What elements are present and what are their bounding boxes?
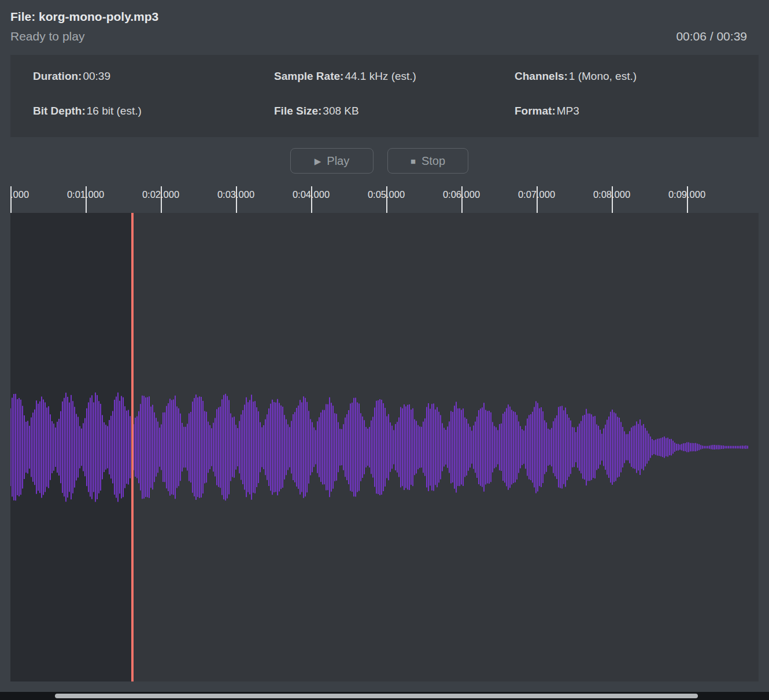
timeline-ruler[interactable]: 0:00.0000:01.0000:02.0000:03.0000:04.000… — [10, 184, 759, 213]
play-button[interactable]: ▶ Play — [290, 148, 374, 174]
audio-player-window: File: korg-mono-poly.mp3 Ready to play 0… — [0, 0, 769, 700]
scrollbar-thumb[interactable] — [55, 694, 698, 698]
ruler-label: 0:04.000 — [293, 189, 330, 200]
ruler-label: 0:03.000 — [217, 189, 254, 200]
metadata-label: File Size: — [274, 105, 321, 117]
stop-button-label: Stop — [422, 154, 445, 168]
playhead-cursor — [131, 213, 134, 681]
metadata-value: 44.1 kHz (est.) — [345, 70, 416, 82]
horizontal-scrollbar[interactable] — [0, 692, 769, 700]
waveform — [10, 213, 759, 681]
metadata-panel: Duration:00:39Sample Rate:44.1 kHz (est.… — [10, 55, 759, 137]
ruler-label: 0:09.000 — [668, 189, 705, 200]
metadata-value: 00:39 — [83, 70, 110, 82]
status-text: Ready to play — [10, 30, 84, 43]
metadata-label: Bit Depth: — [33, 105, 86, 117]
stop-icon: ■ — [411, 157, 416, 165]
file-title: File: korg-mono-poly.mp3 — [10, 10, 158, 24]
ruler-label: 0:06.000 — [443, 189, 480, 200]
waveform-container[interactable] — [10, 213, 759, 681]
metadata-field: Channels:1 (Mono, est.) — [515, 70, 759, 83]
play-button-label: Play — [327, 154, 349, 168]
metadata-field: Sample Rate:44.1 kHz (est.) — [274, 70, 515, 83]
metadata-field: Bit Depth:16 bit (est.) — [33, 105, 274, 117]
stop-button[interactable]: ■ Stop — [387, 148, 468, 174]
ruler-label: 0:08.000 — [593, 189, 630, 200]
time-display: 00:06 / 00:39 — [676, 30, 747, 43]
metadata-value: 16 bit (est.) — [87, 105, 142, 117]
metadata-label: Duration: — [33, 70, 82, 82]
ruler-label: 0:01.000 — [67, 189, 104, 200]
ruler-label: 0:02.000 — [142, 189, 179, 200]
metadata-label: Channels: — [515, 70, 568, 82]
metadata-field: Format:MP3 — [515, 105, 759, 117]
metadata-value: MP3 — [557, 105, 579, 117]
metadata-value: 1 (Mono, est.) — [569, 70, 637, 82]
metadata-value: 308 KB — [323, 105, 358, 117]
ruler-label: 0:05.000 — [368, 189, 405, 200]
metadata-label: Sample Rate: — [274, 70, 343, 82]
metadata-field: File Size:308 KB — [274, 105, 515, 117]
ruler-label: 0:07.000 — [518, 189, 555, 200]
play-icon: ▶ — [315, 157, 321, 165]
metadata-field: Duration:00:39 — [33, 70, 274, 83]
ruler-label: 0:00.000 — [10, 189, 29, 200]
metadata-label: Format: — [515, 105, 556, 117]
